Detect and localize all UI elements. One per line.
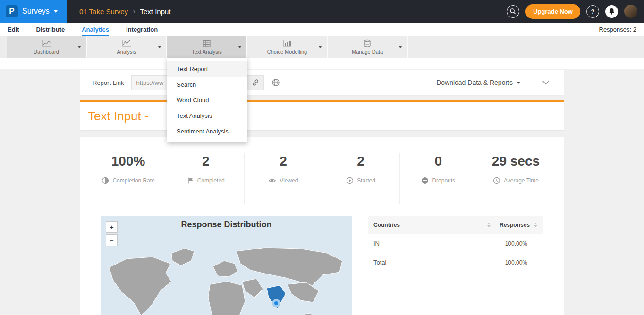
breadcrumb-page-name: Text Input [140,8,170,16]
tab-text-analysis[interactable]: Text Analysis [167,36,247,58]
menu-item-sentiment-analysis[interactable]: Sentiment Analysis [167,124,247,139]
text-analysis-dropdown-menu: Text Report Search Word Cloud Text Analy… [167,58,247,142]
column-header-countries[interactable]: Countries [373,222,500,228]
public-report-button[interactable] [271,78,280,87]
stat-label-text: Completed [197,177,225,184]
top-bar: P Surveys 01 Take Survey › Text Input Up… [0,0,644,23]
page-title: Text Input - [88,109,149,124]
tab-label: Dashboard [34,49,59,55]
menu-item-search[interactable]: Search [167,77,247,92]
analytics-summary-card: 100% Completion Rate 2 Completed [80,137,564,315]
search-icon [509,8,517,15]
help-button[interactable]: ? [586,5,599,18]
caret-down-icon [158,46,161,48]
question-title-card: Text Input - [80,100,564,130]
nav-item-analytics[interactable]: Analytics [82,23,109,36]
responses-count: Responses: 2 [599,26,637,33]
nav-item-edit[interactable]: Edit [8,23,19,36]
tab-manage-data[interactable]: Manage Data [328,36,408,58]
tab-dashboard[interactable]: Dashboard [7,36,87,58]
download-data-reports-dropdown[interactable]: Download Data & Reports [436,79,520,86]
stat-started: 2 Started [322,153,400,204]
logo-letter: P [9,7,14,16]
sort-icon [534,222,538,228]
table-grid-icon [203,40,211,48]
tab-label: Analysis [117,49,136,55]
eye-icon [268,177,276,184]
notifications-button[interactable] [605,5,618,18]
stat-completion-rate: 100% Completion Rate [90,153,167,204]
stat-average-time: 29 secs Average Time [477,153,554,204]
responses-cell: 100.00% [505,240,538,247]
country-cell: IN [373,240,505,247]
stat-label-text: Dropouts [432,177,455,184]
spacer-strip [0,58,644,69]
stat-viewed: 2 Viewed [245,153,322,204]
column-chart-icon [282,40,292,48]
report-link-card: Report Link Download Data & Reports [80,70,564,95]
report-link-label: Report Link [93,79,124,86]
breadcrumb-survey-name[interactable]: 01 Take Survey [79,8,128,16]
tab-label: Choice Modelling [267,49,307,55]
flag-icon [187,177,194,184]
stat-value: 29 secs [477,153,554,169]
surveys-product-switcher[interactable]: P Surveys [0,0,67,23]
nav-item-integration[interactable]: Integration [126,23,158,36]
tab-choice-modelling[interactable]: Choice Modelling [247,36,328,58]
responses-cell: 100.00% [505,259,538,266]
stat-dropouts: 0 Dropouts [400,153,477,204]
table-row: IN 100.00% [368,234,543,253]
stat-value: 2 [167,153,244,169]
stat-value: 100% [90,153,167,169]
response-distribution-map: Response Distribution + − [101,216,352,315]
search-button[interactable] [507,5,519,18]
map-title: Response Distribution [101,216,352,230]
sort-icon [487,222,491,228]
chevron-down-icon [542,80,550,85]
stat-completed: 2 Completed [167,153,245,204]
questionpro-logo-icon: P [6,5,18,17]
tab-label: Manage Data [352,49,383,55]
subnav-items: Edit Distribute Analytics Integration [8,23,158,36]
stat-label-text: Viewed [280,177,298,184]
tab-label: Text Analysis [192,49,222,55]
link-icon [252,79,259,86]
main-content: Report Link Download Data & Reports [0,69,644,315]
database-icon [363,39,372,48]
line-chart-icon [41,40,51,48]
menu-item-text-report[interactable]: Text Report [167,61,247,77]
caret-down-icon [398,46,402,48]
india-response-marker[interactable] [273,300,280,307]
column-header-responses[interactable]: Responses [500,222,538,228]
world-map[interactable] [101,245,352,315]
stat-label-text: Started [357,177,375,184]
stats-row: 100% Completion Rate 2 Completed [80,137,564,204]
country-cell: Total [373,259,505,266]
bell-icon [608,8,615,15]
download-label: Download Data & Reports [436,79,513,86]
caret-down-icon [517,82,520,84]
breadcrumb: 01 Take Survey › Text Input [79,7,171,16]
caret-down-icon [54,10,58,13]
nav-item-distribute[interactable]: Distribute [36,23,65,36]
analytics-toolbar: Dashboard Analysis Text Analysis Choice … [0,36,644,58]
product-name: Surveys [22,7,50,16]
stat-value: 0 [400,153,477,169]
column-label: Responses [500,222,530,228]
collapse-panel-button[interactable] [542,80,550,85]
stat-value: 2 [322,153,399,169]
table-row-total: Total 100.00% [368,253,543,272]
user-avatar[interactable] [624,5,637,18]
zoom-in-button[interactable]: + [106,221,118,233]
stat-label-text: Completion Rate [112,177,154,184]
menu-item-text-analysis[interactable]: Text Analysis [167,108,247,124]
globe-icon [271,78,280,87]
countries-table: Countries Responses IN 100.00% [368,216,543,315]
copy-link-button[interactable] [247,75,264,90]
trend-chart-icon [121,40,132,48]
tab-analysis[interactable]: Analysis [87,36,167,58]
stat-value: 2 [245,153,322,169]
breadcrumb-separator: › [133,7,135,16]
upgrade-now-button[interactable]: Upgrade Now [525,4,580,19]
menu-item-word-cloud[interactable]: Word Cloud [167,92,247,108]
